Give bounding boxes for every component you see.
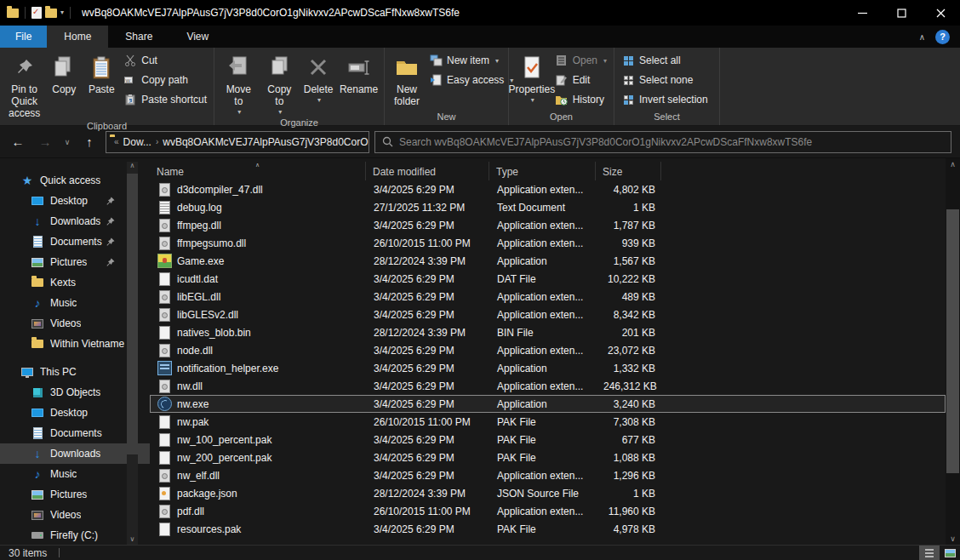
sidebar-scroll-down-icon[interactable]: ∨ [127, 535, 138, 543]
properties-quick-icon[interactable] [31, 7, 42, 19]
file-row[interactable]: nw.exe3/4/2025 6:29 PMApplication3,240 K… [150, 395, 946, 413]
file-row[interactable]: libGLESv2.dll3/4/2025 6:29 PMApplication… [150, 306, 946, 323]
scroll-thumb[interactable] [946, 209, 959, 473]
easy-access-button[interactable]: Easy access ▾ [426, 72, 517, 88]
forward-icon[interactable]: → [34, 134, 56, 149]
breadcrumb-parent[interactable]: Dow... [123, 136, 151, 148]
copy-path-icon: W.. [123, 73, 137, 87]
recent-locations-chevron-icon[interactable]: ∨ [61, 138, 73, 146]
file-row[interactable]: resources.pak3/4/2025 6:29 PMPAK File4,9… [150, 520, 946, 538]
copy-button[interactable]: Copy [45, 49, 83, 96]
paste-button[interactable]: Paste [83, 49, 120, 96]
file-row[interactable]: debug.log27/1/2025 11:32 PMText Document… [150, 198, 946, 216]
properties-label: Properties [508, 84, 555, 96]
customize-qat-chevron-icon[interactable]: ▾ [60, 9, 64, 16]
tab-file[interactable]: File [0, 26, 47, 48]
tab-share[interactable]: Share [108, 26, 169, 48]
app-folder-icon [7, 9, 19, 18]
file-row[interactable]: libEGL.dll3/4/2025 6:29 PMApplication ex… [150, 288, 946, 306]
select-all-button[interactable]: Select all [618, 53, 711, 68]
delete-button[interactable]: Delete ▾ [300, 49, 337, 104]
select-none-button[interactable]: Select none [618, 72, 711, 88]
file-name-cell: ffmpegsumo.dll [151, 236, 367, 250]
column-header-date-modified[interactable]: Date modified [366, 162, 489, 180]
copy-to-button[interactable]: Copy to ▾ [260, 49, 300, 116]
file-row[interactable]: nw.pak26/10/2015 11:00 PMPAK File7,308 K… [150, 413, 946, 431]
file-name: package.json [177, 488, 237, 500]
file-row[interactable]: Game.exe28/12/2024 3:39 PMApplication1,5… [150, 252, 946, 270]
file-type-cell: Application exten... [490, 309, 597, 321]
paste-shortcut-button[interactable]: Paste shortcut [120, 92, 210, 107]
address-bar[interactable]: « Dow... › wvBq8OAKMcVEJ7AlpPAusG7jV3P8d… [106, 131, 369, 153]
column-header-size[interactable]: Size [596, 162, 661, 180]
open-button[interactable]: Open ▾ [551, 53, 610, 68]
back-icon[interactable]: ← [7, 134, 29, 149]
file-row[interactable]: d3dcompiler_47.dll3/4/2025 6:29 PMApplic… [150, 180, 946, 198]
new-folder-quick-icon[interactable] [45, 9, 57, 18]
properties-button[interactable]: Properties ▾ [512, 49, 551, 104]
file-row[interactable]: icudtl.dat3/4/2025 6:29 PMDAT File10,222… [150, 270, 946, 288]
downloads-icon: ↓ [31, 214, 44, 228]
file-name-cell: nw.dll [151, 379, 367, 393]
maximize-button[interactable] [882, 0, 921, 26]
file-row[interactable]: pdf.dll26/10/2015 11:00 PMApplication ex… [150, 502, 946, 520]
help-icon[interactable]: ? [935, 30, 950, 44]
vertical-scrollbar[interactable]: ∧ ∨ [946, 158, 960, 545]
cut-button[interactable]: Cut [120, 53, 210, 68]
edit-button[interactable]: Edit [551, 72, 610, 88]
up-icon[interactable]: ↑ [78, 134, 100, 149]
sidebar-item-label: This PC [40, 366, 77, 378]
file-name-cell: pdf.dll [151, 504, 367, 518]
search-box[interactable] [374, 131, 951, 153]
collapse-ribbon-icon[interactable]: ∧ [919, 32, 925, 42]
sidebar-scrollbar[interactable]: ∧ ∨ [127, 162, 138, 545]
file-row[interactable]: nw_100_percent.pak3/4/2025 6:29 PMPAK Fi… [150, 431, 946, 449]
tab-view[interactable]: View [169, 26, 226, 48]
easy-access-label: Easy access [447, 74, 504, 86]
new-item-button[interactable]: New item ▾ [426, 53, 517, 68]
file-row[interactable]: ffmpegsumo.dll26/10/2015 11:00 PMApplica… [150, 234, 946, 252]
scroll-up-icon[interactable]: ∧ [946, 160, 960, 169]
file-name: nw.pak [177, 416, 209, 428]
close-button[interactable] [921, 0, 960, 26]
invert-selection-button[interactable]: Invert selection [618, 92, 711, 107]
new-folder-button[interactable]: New folder [388, 49, 426, 108]
move-to-button[interactable]: Move to ▾ [218, 49, 260, 116]
file-row[interactable]: package.json28/12/2024 3:39 PMJSON Sourc… [150, 484, 946, 502]
search-input[interactable] [399, 136, 944, 148]
file-row[interactable]: nw_200_percent.pak3/4/2025 6:29 PMPAK Fi… [150, 449, 946, 466]
ribbon-group-organize: Move to ▾ Copy to ▾ Delete ▾ [214, 48, 385, 125]
file-row[interactable]: nw.dll3/4/2025 6:29 PMApplication exten.… [150, 377, 946, 395]
file-row[interactable]: nw_elf.dll3/4/2025 6:29 PMApplication ex… [150, 466, 946, 484]
pc-icon [20, 365, 34, 379]
column-header-type[interactable]: Type [489, 162, 596, 180]
file-type-cell: PAK File [490, 416, 597, 428]
rename-button[interactable]: Rename [337, 49, 380, 96]
file-size-cell: 3,240 KB [597, 398, 662, 410]
breadcrumb-current[interactable]: wvBq8OAKMcVEJ7AlpPAusG7jV3P8d0CorO1gNikv… [163, 136, 369, 148]
file-row[interactable]: natives_blob.bin28/12/2024 3:39 PMBIN Fi… [150, 323, 946, 341]
scroll-down-icon[interactable]: ∨ [946, 534, 960, 543]
sidebar-scroll-up-icon[interactable]: ∧ [127, 162, 138, 169]
minimize-button[interactable] [843, 0, 882, 26]
file-date-cell: 3/4/2025 6:29 PM [367, 434, 490, 446]
file-type-icon [157, 218, 172, 232]
videos-icon [31, 508, 44, 522]
view-switcher [919, 546, 960, 560]
file-row[interactable]: ffmpeg.dll3/4/2025 6:29 PMApplication ex… [150, 216, 946, 234]
details-view-button[interactable] [919, 546, 940, 560]
edit-label: Edit [573, 74, 591, 86]
file-row[interactable]: node.dll3/4/2025 6:29 PMApplication exte… [150, 341, 946, 359]
tab-home[interactable]: Home [47, 26, 108, 48]
file-date-cell: 3/4/2025 6:29 PM [367, 184, 490, 196]
thumbnails-view-button[interactable] [940, 546, 960, 560]
column-header-name[interactable]: ∧ Name [150, 162, 366, 180]
file-row[interactable]: notification_helper.exe3/4/2025 6:29 PMA… [150, 359, 946, 377]
copy-path-button[interactable]: W.. Copy path [120, 72, 210, 88]
breadcrumb-overflow-icon[interactable]: « [114, 137, 119, 146]
desktop-icon [31, 406, 44, 420]
history-button[interactable]: History [551, 92, 610, 107]
file-name-cell: Game.exe [151, 254, 367, 268]
sidebar-scroll-thumb[interactable] [127, 174, 138, 454]
pin-to-quick-access-button[interactable]: Pin to Quick access [3, 49, 45, 119]
